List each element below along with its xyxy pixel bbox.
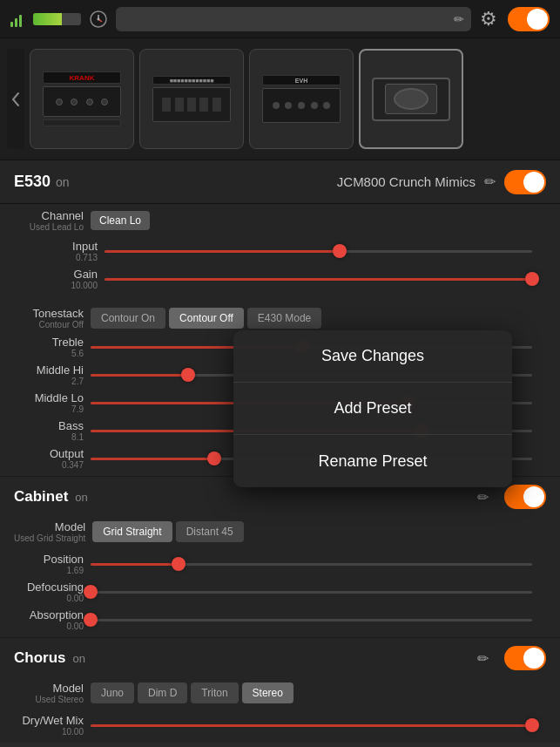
juno-button[interactable]: Juno — [91, 682, 134, 703]
dim-d-button[interactable]: Dim D — [138, 682, 187, 703]
save-changes-item[interactable]: Save Changes — [233, 330, 512, 383]
search-bar[interactable]: ✏ — [116, 7, 471, 31]
amp-enable-toggle[interactable] — [504, 170, 546, 194]
edit-icon: ✏ — [454, 12, 464, 26]
bass-label: Bass — [14, 419, 84, 432]
chorus-on-label: on — [73, 652, 85, 665]
cabinet-model-buttons: Grid Straight Distant 45 — [92, 521, 243, 542]
input-value: 0.713 — [28, 253, 98, 262]
top-bar: ✏ ⚙ — [0, 0, 560, 38]
amp-thumb-evh[interactable]: EVH — [249, 49, 354, 149]
level-bar — [33, 13, 81, 25]
global-toggle[interactable] — [508, 7, 550, 31]
preset-dropdown: Save Changes Add Preset Rename Preset — [233, 330, 512, 487]
position-row: Position 1.69 — [14, 550, 546, 578]
tuner-icon[interactable] — [88, 9, 109, 30]
amp-name: E530 — [14, 173, 51, 191]
cabinet-label: Cabinet — [14, 488, 68, 506]
gain-row: Gain 10.000 — [14, 265, 546, 293]
triton-button[interactable]: Triton — [191, 682, 238, 703]
position-slider[interactable] — [91, 555, 532, 573]
chorus-model-label-group: Model Used Stereo — [14, 682, 84, 704]
defocusing-label: Defocusing — [14, 581, 84, 594]
dry-wet-slider[interactable] — [91, 716, 532, 734]
output-label: Output — [14, 447, 84, 460]
gear-icon[interactable]: ⚙ — [480, 8, 497, 31]
dry-wet-value: 10.00 — [14, 727, 84, 737]
chorus-label: Chorus — [14, 649, 66, 667]
output-label-group: Output 0.347 — [14, 447, 84, 470]
contour-on-button[interactable]: Contour On — [91, 308, 165, 329]
amp-thumb-krank[interactable]: KRANK — [30, 49, 134, 149]
amp-thumb-marshall[interactable]: ■■■■■■■■■■■■ — [139, 49, 244, 149]
position-label-group: Position 1.69 — [14, 553, 84, 575]
middle-lo-label: Middle Lo — [14, 391, 84, 404]
absorption-slider[interactable] — [91, 611, 532, 628]
tonestack-label: Tonestack — [14, 307, 84, 320]
channel-sublabel: Used Lead Lo — [14, 222, 84, 232]
defocusing-value: 0.00 — [14, 594, 84, 603]
channel-label-group: Channel Used Lead Lo — [14, 209, 84, 232]
chorus-model-buttons: Juno Dim D Triton Stereo — [91, 682, 293, 703]
gain-label: Gain — [28, 268, 98, 281]
amp-strip: KRANK ■■■■■■■■■■■■ — [0, 38, 560, 160]
rename-preset-item[interactable]: Rename Preset — [233, 435, 512, 487]
contour-off-button[interactable]: Contour Off — [169, 308, 244, 329]
preset-name: JCM800 Crunch Mimics — [337, 174, 476, 189]
chorus-toggle[interactable] — [504, 646, 546, 670]
scroll-left-button[interactable] — [7, 49, 24, 149]
input-label: Input — [28, 240, 98, 253]
chorus-model-sublabel: Used Stereo — [14, 695, 84, 704]
absorption-value: 0.00 — [14, 621, 84, 631]
channel-row: Channel Used Lead Lo Clean Lo — [14, 204, 546, 237]
amp-on-label: on — [56, 175, 70, 189]
cabinet-toggle[interactable] — [504, 485, 546, 509]
grid-straight-button[interactable]: Grid Straight — [92, 521, 172, 542]
input-label-group: Input 0.713 — [28, 240, 98, 262]
top-bar-left: ✏ — [10, 7, 471, 31]
dry-wet-row: Dry/Wet Mix 10.00 — [14, 711, 546, 739]
dry-wet-label: Dry/Wet Mix — [14, 714, 84, 727]
channel-button[interactable]: Clean Lo — [91, 211, 150, 230]
absorption-label-group: Absorption 0.00 — [14, 608, 84, 631]
tonestack-sublabel: Contour Off — [14, 320, 84, 329]
input-slider[interactable] — [105, 242, 532, 260]
add-preset-item[interactable]: Add Preset — [233, 383, 512, 435]
gain-value: 10.000 — [28, 281, 98, 290]
top-bar-right: ⚙ — [480, 7, 550, 31]
chorus-header: Chorus on ✏ — [0, 638, 560, 678]
stereo-button[interactable]: Stereo — [242, 682, 293, 703]
gain-slider[interactable] — [105, 270, 532, 288]
tonestack-label-group: Tonestack Contour Off — [14, 307, 84, 329]
amp-section-header: E530 on JCM800 Crunch Mimics ✏ — [0, 160, 560, 204]
svg-point-3 — [98, 17, 100, 20]
defocusing-label-group: Defocusing 0.00 — [14, 581, 84, 603]
distant-45-button[interactable]: Distant 45 — [176, 521, 244, 542]
cabinet-model-row: Model Used Grid Straight Grid Straight D… — [0, 517, 560, 547]
output-value: 0.347 — [14, 460, 84, 470]
defocusing-row: Defocusing 0.00 — [14, 578, 546, 606]
treble-label-group: Treble 5.6 — [14, 336, 84, 358]
cabinet-edit-icon[interactable]: ✏ — [477, 489, 489, 506]
middle-hi-label-group: Middle Hi 2.7 — [14, 363, 84, 386]
absorption-label: Absorption — [14, 608, 84, 621]
channel-label: Channel — [14, 209, 84, 222]
main-content: E530 on JCM800 Crunch Mimics ✏ Channel U… — [0, 160, 560, 743]
cabinet-on-label: on — [75, 491, 87, 504]
amp-thumb-combo[interactable] — [359, 49, 463, 149]
defocusing-slider[interactable] — [91, 583, 532, 601]
absorption-row: Absorption 0.00 — [14, 606, 546, 634]
cabinet-model-sublabel: Used Grid Straight — [14, 533, 85, 543]
signal-icon — [10, 11, 26, 27]
position-label: Position — [14, 553, 84, 566]
cabinet-controls: Position 1.69 Defocusing 0.00 — [0, 547, 560, 637]
preset-edit-icon[interactable]: ✏ — [484, 173, 496, 190]
bass-value: 8.1 — [14, 432, 84, 442]
chorus-edit-icon[interactable]: ✏ — [477, 650, 489, 667]
e430-mode-button[interactable]: E430 Mode — [247, 308, 321, 329]
chorus-model-label: Model — [14, 682, 84, 695]
position-value: 1.69 — [14, 566, 84, 575]
chorus-controls: Dry/Wet Mix 10.00 — [0, 708, 560, 743]
middle-hi-value: 2.7 — [14, 377, 84, 386]
treble-label: Treble — [14, 336, 84, 349]
